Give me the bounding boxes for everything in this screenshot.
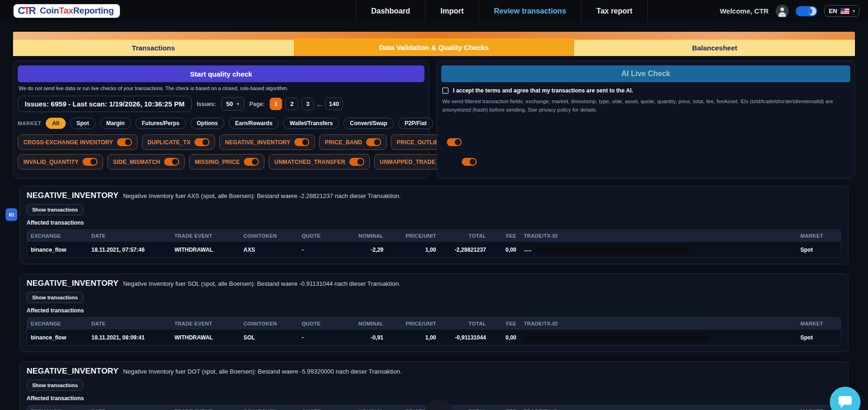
ai-description: We send filtered transaction fields: exc… [442,98,849,114]
issue-description: Negative Inventory fuer AXS (spot, alle … [123,192,401,199]
cell-exchange: binance_flow [27,242,88,257]
page-label: Page: [250,101,265,107]
page-button-2[interactable]: 2 [285,98,298,110]
chevron-down-icon: ▾ [237,102,239,106]
cell-date: 18.11.2021, 08:09:41 [88,330,171,345]
welcome-text: Welcome, CTR [720,7,769,15]
toggle-on-icon[interactable] [447,138,462,146]
issues-per-page-value: 50 [226,100,233,107]
toggle-on-icon[interactable] [164,158,179,166]
affected-transactions-label: Affected transactions [27,307,841,314]
cell-coin: SOL [240,330,298,345]
cell-total: -0,91131044 [440,330,490,345]
check-toggle-invalid-quantity[interactable]: INVALID_QUANTITY [18,154,103,170]
pagination: 1 2 3 ... 140 [270,98,343,110]
check-toggle-unmatched-transfer[interactable]: UNMATCHED_TRANSFER [269,154,370,170]
quality-disclaimer: We do not send live data or run live che… [19,85,424,91]
cell-fee: 0,00 [490,330,520,345]
table-header-row: EXCHANGEDATE TRADE EVENTCOIN/TOKEN QUOTE… [27,230,841,242]
issue-card-sol: NEGATIVE_INVENTORY Negative Inventory fu… [20,274,848,352]
section-tabs: Transactions Data Validation & Quality C… [13,40,855,56]
redacted-tx-id-bar [535,246,689,254]
market-chip-earn-rewards[interactable]: Earn/Rewards [229,118,279,129]
ki-badge[interactable]: KI [6,208,17,221]
market-chip-all[interactable]: All [46,118,66,129]
tab-data-validation[interactable]: Data Validation & Quality Checks [294,38,575,56]
cell-market: Spot [797,330,841,345]
tab-balancesheet[interactable]: Balancesheet [574,40,855,56]
chevron-down-icon: ▾ [853,9,855,14]
toggle-on-icon[interactable] [366,138,381,146]
check-toggle-duplicate-tx[interactable]: DUPLICATE_TX [142,134,215,150]
page-button-1[interactable]: 1 [270,98,282,110]
toggle-on-icon[interactable] [194,138,209,146]
pagination-ellipsis: ... [317,101,322,107]
logo-monogram-icon: CTR [18,6,36,16]
issue-description: Negative Inventory fuer SOL (spot, alle … [123,280,401,287]
market-chip-convert-swap[interactable]: Convert/Swap [343,118,394,129]
main-content: Start quality check We do not send live … [0,56,868,410]
ai-live-check-button[interactable]: AI Live Check [441,65,850,82]
main-nav: Dashboard Import Review transactions Tax… [356,0,648,22]
quality-check-panel: Start quality check We do not send live … [13,61,429,178]
market-chip-p2p-fiat[interactable]: P2P/Fiat [398,118,433,129]
nav-item-dashboard[interactable]: Dashboard [356,0,425,22]
cell-quote: - [298,330,352,345]
user-avatar-icon[interactable] [776,5,789,18]
tab-transactions[interactable]: Transactions [13,40,294,56]
language-code: EN [829,7,837,14]
cell-trade-event: WITHDRAWAL [171,242,240,257]
start-quality-check-button[interactable]: Start quality check [18,65,424,82]
cell-price-unit: 1,00 [387,242,440,257]
page-button-3[interactable]: 3 [301,98,314,110]
check-toggle-negative-inventory[interactable]: NEGATIVE_INVENTORY [219,134,315,150]
market-chip-wallet-transfers[interactable]: Wallet/Transfers [283,118,339,129]
show-transactions-button[interactable]: Show transactions [27,204,83,215]
affected-transactions-table: EXCHANGEDATE TRADE EVENTCOIN/TOKEN QUOTE… [27,229,841,258]
toggle-on-icon[interactable] [117,138,132,146]
nav-item-tax-report[interactable]: Tax report [581,0,648,22]
market-chip-options[interactable]: Options [190,118,224,129]
toggle-on-icon[interactable] [294,138,309,146]
accept-terms-checkbox[interactable] [442,87,449,94]
cell-quote: - [298,242,352,257]
cell-nominal: -2,29 [352,242,387,257]
cell-price-unit: 1,00 [387,330,440,345]
issues-summary: Issues: 6959 - Last scan: 1/19/2026, 10:… [18,96,192,112]
market-label: MARKET [18,120,42,126]
cell-tx-id [520,330,797,345]
check-toggle-price-band[interactable]: PRICE_BAND [319,134,387,150]
nav-item-import[interactable]: Import [425,0,479,22]
ai-consent-row: I accept the terms and agree that my tra… [442,87,849,94]
toggle-on-icon[interactable] [462,158,477,166]
us-flag-icon [840,8,849,14]
cell-trade-event: WITHDRAWAL [171,330,240,345]
moon-icon [808,7,816,15]
cell-market: Spot [797,242,841,257]
check-toggle-missing-price[interactable]: MISSING_PRICE [189,154,264,170]
check-toggle-cross-exchange-inventory[interactable]: CROSS-EXCHANGE INVENTORY [18,134,138,150]
page-button-last[interactable]: 140 [325,98,343,110]
issues-label: Issues: [197,101,216,107]
toggle-on-icon[interactable] [83,158,97,166]
market-chip-margin[interactable]: Margin [100,118,131,129]
issue-type: NEGATIVE_INVENTORY [27,279,118,288]
show-transactions-button[interactable]: Show transactions [27,292,83,303]
cell-fee: 0,00 [490,242,520,257]
ai-live-check-panel: AI Live Check I accept the terms and agr… [437,61,855,178]
issues-per-page-select[interactable]: 50 ▾ [221,97,244,111]
app-logo[interactable]: CTR CoinTaxReporting [13,4,120,18]
toggle-on-icon[interactable] [349,158,364,166]
cell-nominal: -0,91 [352,330,387,345]
check-toggle-side-mismatch[interactable]: SIDE_MISMATCH [107,154,185,170]
dark-mode-toggle[interactable] [796,6,817,16]
market-chip-futures-perps[interactable]: Futures/Perps [135,118,186,129]
table-header-row: EXCHANGEDATE TRADE EVENTCOIN/TOKEN QUOTE… [27,318,841,330]
affected-transactions-table: EXCHANGEDATE TRADE EVENTCOIN/TOKEN QUOTE… [27,317,841,346]
market-chip-spot[interactable]: Spot [70,118,96,129]
toggle-on-icon[interactable] [244,158,259,166]
show-transactions-button[interactable]: Show transactions [27,380,83,391]
market-filter-row: MARKET All Spot Margin Futures/Perps Opt… [18,118,424,129]
nav-item-review-transactions[interactable]: Review transactions [479,0,581,22]
language-selector[interactable]: EN ▾ [824,5,860,17]
